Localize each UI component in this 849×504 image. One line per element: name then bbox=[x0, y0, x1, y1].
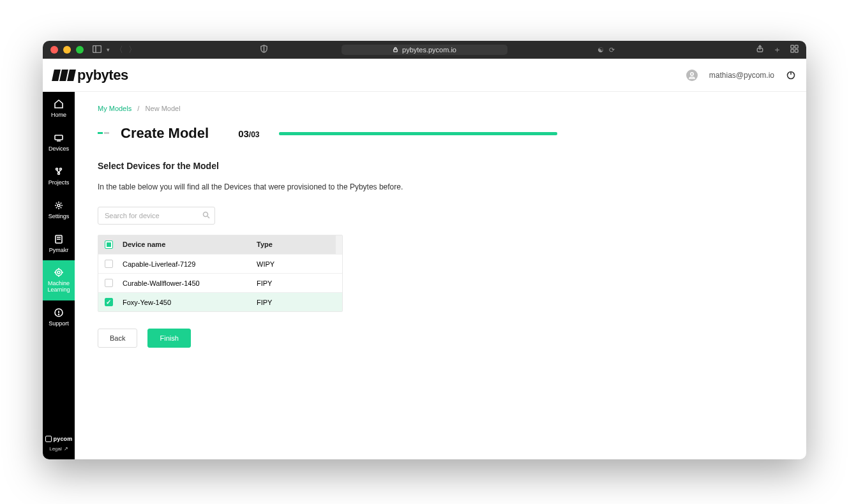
search-icon bbox=[202, 211, 210, 221]
svg-rect-4 bbox=[791, 45, 794, 48]
traffic-lights bbox=[50, 46, 84, 54]
svg-point-15 bbox=[58, 172, 60, 174]
user-email[interactable]: mathias@pycom.io bbox=[709, 71, 774, 80]
sidebar: Home Devices Projects Settings Pymakr Ma… bbox=[43, 59, 75, 459]
breadcrumb: My Models / New Model bbox=[98, 105, 783, 112]
progress-bar bbox=[279, 132, 557, 135]
step-indicator: 03/03 bbox=[238, 128, 259, 139]
svg-point-21 bbox=[57, 271, 60, 274]
sidebar-item-label: Support bbox=[49, 321, 69, 327]
sidebar-toggle-icon[interactable] bbox=[93, 45, 101, 55]
pycom-footer-logo[interactable]: pycom bbox=[45, 436, 73, 442]
sidebar-item-label: Devices bbox=[49, 146, 69, 152]
new-tab-icon[interactable]: ＋ bbox=[773, 44, 781, 56]
column-header-type[interactable]: Type bbox=[253, 235, 336, 254]
legal-text: Legal bbox=[49, 446, 62, 452]
device-name-cell: Capable-Liverleaf-7129 bbox=[119, 255, 253, 273]
chevron-down-icon[interactable]: ▾ bbox=[107, 47, 110, 53]
url-bar[interactable]: pybytes.pycom.io bbox=[342, 45, 507, 55]
svg-line-30 bbox=[207, 216, 209, 218]
sidebar-item-projects[interactable]: Projects bbox=[43, 159, 75, 193]
close-window-button[interactable] bbox=[50, 46, 58, 54]
svg-point-14 bbox=[60, 168, 62, 170]
select-all-checkbox[interactable] bbox=[105, 241, 113, 249]
sidebar-item-support[interactable]: Support bbox=[43, 300, 75, 334]
sidebar-item-label: Home bbox=[51, 112, 66, 119]
legal-link[interactable]: Legal ↗ bbox=[49, 446, 68, 452]
breadcrumb-current: New Model bbox=[146, 105, 181, 112]
device-name-cell: Curable-Wallflower-1450 bbox=[119, 274, 253, 292]
app-window: ▾ 〈 〉 pybytes.pycom.io ☯ ⟳ ＋ bbox=[43, 41, 806, 459]
footer-brand-text: pycom bbox=[54, 436, 73, 442]
search-input[interactable] bbox=[98, 207, 215, 225]
main-content: My Models / New Model Create Model 03/03… bbox=[75, 59, 806, 459]
maximize-window-button[interactable] bbox=[76, 46, 84, 54]
device-type-cell: FIPY bbox=[253, 293, 336, 311]
sidebar-item-label: Pymakr bbox=[49, 248, 69, 254]
device-name-cell: Foxy-Yew-1450 bbox=[119, 293, 253, 311]
svg-rect-5 bbox=[795, 45, 798, 48]
table-row[interactable]: Curable-Wallflower-1450 FIPY bbox=[98, 273, 342, 292]
svg-rect-6 bbox=[791, 49, 794, 52]
sidebar-item-label: Projects bbox=[49, 180, 70, 186]
section-title: Select Devices for the Model bbox=[98, 161, 783, 171]
svg-point-20 bbox=[56, 269, 62, 276]
row-checkbox[interactable] bbox=[105, 260, 113, 268]
row-checkbox[interactable] bbox=[105, 279, 113, 287]
title-accent-icon bbox=[98, 132, 109, 135]
breadcrumb-separator: / bbox=[137, 105, 139, 112]
device-type-cell: FIPY bbox=[253, 274, 336, 292]
table-row[interactable]: Capable-Liverleaf-7129 WIPY bbox=[98, 254, 342, 273]
svg-rect-0 bbox=[93, 45, 101, 52]
minimize-window-button[interactable] bbox=[63, 46, 71, 54]
back-button[interactable]: Back bbox=[98, 329, 137, 348]
row-checkbox[interactable] bbox=[105, 298, 113, 306]
privacy-shield-icon[interactable] bbox=[260, 45, 268, 55]
external-link-icon: ↗ bbox=[64, 446, 68, 452]
browser-nav-controls: ▾ 〈 〉 bbox=[93, 44, 137, 56]
svg-point-8 bbox=[691, 72, 693, 75]
column-header-name[interactable]: Device name bbox=[119, 235, 253, 254]
svg-point-29 bbox=[204, 212, 208, 217]
sidebar-item-machine-learning[interactable]: Machine Learning bbox=[43, 260, 75, 300]
wizard-buttons: Back Finish bbox=[98, 329, 783, 348]
reload-icon[interactable]: ⟳ bbox=[609, 46, 615, 54]
finish-button[interactable]: Finish bbox=[147, 329, 190, 348]
table-header-row: Device name Type bbox=[98, 235, 342, 254]
lock-icon bbox=[393, 46, 398, 54]
svg-point-16 bbox=[57, 204, 60, 207]
section-description: In the table below you will find all the… bbox=[98, 182, 783, 191]
device-search bbox=[98, 207, 215, 225]
forward-nav-icon[interactable]: 〉 bbox=[128, 44, 137, 56]
power-icon[interactable] bbox=[786, 70, 796, 80]
sidebar-item-devices[interactable]: Devices bbox=[43, 126, 75, 159]
svg-rect-11 bbox=[55, 135, 63, 140]
pybytes-logo[interactable]: pybytes bbox=[53, 67, 128, 84]
step-current: 03 bbox=[238, 128, 249, 139]
sidebar-item-settings[interactable]: Settings bbox=[43, 193, 75, 227]
tabs-overview-icon[interactable] bbox=[790, 45, 799, 55]
share-icon[interactable] bbox=[756, 45, 764, 55]
devices-table: Device name Type Capable-Liverleaf-7129 … bbox=[98, 235, 343, 312]
svg-rect-2 bbox=[394, 49, 397, 52]
scrollbar-track[interactable] bbox=[336, 235, 342, 254]
user-avatar-icon[interactable] bbox=[686, 70, 698, 81]
page-title: Create Model bbox=[121, 125, 209, 142]
table-row[interactable]: Foxy-Yew-1450 FIPY bbox=[98, 292, 342, 311]
translate-icon[interactable]: ☯ bbox=[597, 46, 604, 54]
device-type-cell: WIPY bbox=[253, 255, 336, 273]
svg-point-28 bbox=[59, 315, 59, 315]
svg-rect-7 bbox=[795, 49, 798, 52]
svg-point-13 bbox=[56, 168, 58, 170]
sidebar-item-pymakr[interactable]: Pymakr bbox=[43, 227, 75, 261]
sidebar-item-home[interactable]: Home bbox=[43, 92, 75, 126]
logo-text: pybytes bbox=[77, 67, 128, 84]
step-total: /03 bbox=[249, 130, 260, 139]
url-text: pybytes.pycom.io bbox=[402, 46, 456, 54]
app-header: pybytes mathias@pycom.io bbox=[43, 59, 806, 92]
browser-toolbar: ▾ 〈 〉 pybytes.pycom.io ☯ ⟳ ＋ bbox=[43, 41, 806, 59]
page-title-row: Create Model 03/03 bbox=[98, 125, 783, 142]
back-nav-icon[interactable]: 〈 bbox=[115, 44, 123, 56]
breadcrumb-root-link[interactable]: My Models bbox=[98, 105, 131, 112]
sidebar-item-label: Machine Learning bbox=[44, 281, 73, 293]
